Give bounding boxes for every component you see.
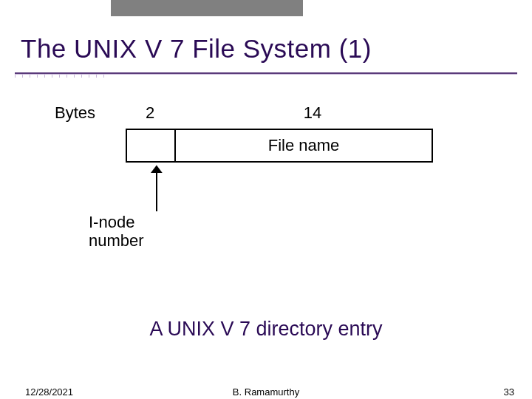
entry-boxes: File name bbox=[126, 129, 451, 163]
slide: The UNIX V 7 File System (1) Bytes 2 14 … bbox=[0, 0, 532, 399]
bytes-header-row: Bytes 2 14 bbox=[52, 100, 451, 126]
bytes-label: Bytes bbox=[52, 103, 126, 123]
slide-title: The UNIX V 7 File System (1) bbox=[21, 34, 372, 64]
slide-caption: A UNIX V 7 directory entry bbox=[0, 318, 532, 341]
title-ticks bbox=[15, 75, 517, 78]
filename-label: File name bbox=[268, 136, 340, 155]
inode-line1: I-node bbox=[89, 213, 134, 231]
inode-number-label: I-node number bbox=[89, 213, 144, 250]
top-accent-bar bbox=[111, 0, 303, 16]
footer-page-number: 33 bbox=[504, 386, 514, 398]
footer-author: B. Ramamurthy bbox=[0, 386, 532, 398]
arrow-to-inode: ▲ bbox=[150, 166, 163, 211]
inode-line2: number bbox=[89, 231, 144, 250]
bytes-col-2: 2 bbox=[126, 103, 174, 123]
filename-field-box: File name bbox=[174, 129, 433, 163]
arrow-head-icon: ▲ bbox=[147, 166, 167, 171]
inode-field-box bbox=[126, 129, 174, 163]
directory-entry-diagram: Bytes 2 14 File name bbox=[52, 100, 451, 163]
arrow-line bbox=[156, 171, 157, 211]
bytes-col-14: 14 bbox=[174, 103, 451, 123]
